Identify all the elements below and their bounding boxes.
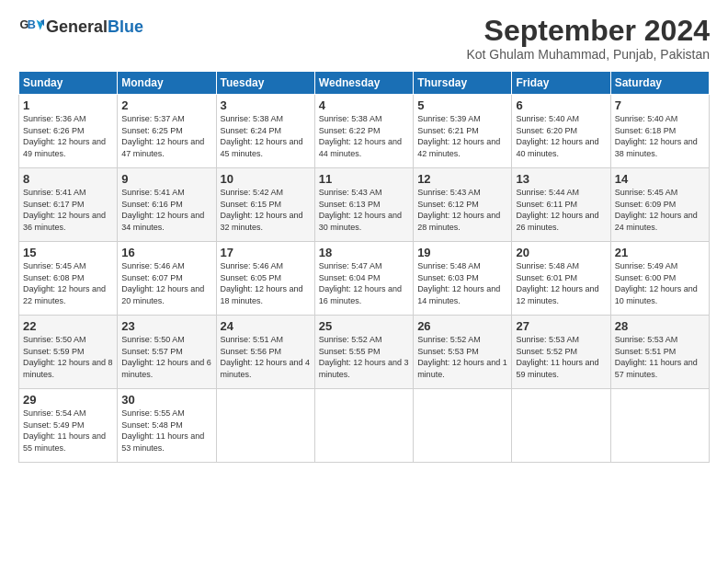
logo-icon: G B (18, 15, 44, 40)
calendar-cell: 6Sunrise: 5:40 AMSunset: 6:20 PMDaylight… (512, 95, 610, 168)
day-number: 25 (319, 319, 409, 333)
calendar-row: 29Sunrise: 5:54 AMSunset: 5:49 PMDayligh… (19, 389, 710, 463)
cell-info: Sunrise: 5:37 AMSunset: 6:25 PMDaylight:… (121, 113, 211, 159)
day-number: 26 (417, 319, 507, 333)
day-number: 11 (319, 172, 409, 186)
day-number: 30 (121, 393, 211, 407)
calendar-cell: 20Sunrise: 5:48 AMSunset: 6:01 PMDayligh… (512, 242, 610, 316)
day-number: 5 (417, 98, 507, 112)
logo-text: GeneralBlue (46, 18, 143, 37)
calendar-header-cell: Tuesday (216, 72, 314, 95)
cell-info: Sunrise: 5:49 AMSunset: 6:00 PMDaylight:… (615, 260, 705, 306)
cell-info: Sunrise: 5:52 AMSunset: 5:53 PMDaylight:… (417, 334, 507, 380)
calendar-cell (314, 389, 413, 463)
day-number: 27 (516, 319, 606, 333)
cell-info: Sunrise: 5:53 AMSunset: 5:52 PMDaylight:… (516, 334, 606, 380)
cell-info: Sunrise: 5:45 AMSunset: 6:08 PMDaylight:… (23, 260, 113, 306)
calendar-cell: 3Sunrise: 5:38 AMSunset: 6:24 PMDaylight… (216, 95, 314, 168)
cell-info: Sunrise: 5:54 AMSunset: 5:49 PMDaylight:… (23, 408, 113, 454)
day-number: 13 (516, 172, 606, 186)
calendar-cell: 15Sunrise: 5:45 AMSunset: 6:08 PMDayligh… (19, 242, 118, 316)
day-number: 22 (23, 319, 113, 333)
day-number: 18 (319, 246, 409, 259)
day-number: 19 (417, 246, 507, 259)
logo: G B GeneralBlue (18, 15, 143, 40)
cell-info: Sunrise: 5:46 AMSunset: 6:05 PMDaylight:… (221, 260, 311, 306)
title-block: September 2024 Kot Ghulam Muhammad, Punj… (466, 15, 710, 62)
day-number: 12 (417, 172, 507, 186)
cell-info: Sunrise: 5:39 AMSunset: 6:21 PMDaylight:… (417, 113, 507, 159)
cell-info: Sunrise: 5:47 AMSunset: 6:04 PMDaylight:… (319, 260, 409, 306)
cell-info: Sunrise: 5:44 AMSunset: 6:11 PMDaylight:… (516, 187, 606, 233)
day-number: 24 (221, 319, 311, 333)
day-number: 16 (121, 246, 211, 259)
calendar-header-row: SundayMondayTuesdayWednesdayThursdayFrid… (19, 72, 710, 95)
day-number: 9 (121, 172, 211, 186)
calendar-row: 22Sunrise: 5:50 AMSunset: 5:59 PMDayligh… (19, 316, 710, 389)
cell-info: Sunrise: 5:48 AMSunset: 6:01 PMDaylight:… (516, 260, 606, 306)
cell-info: Sunrise: 5:36 AMSunset: 6:26 PMDaylight:… (23, 113, 113, 159)
calendar-cell: 10Sunrise: 5:42 AMSunset: 6:15 PMDayligh… (216, 168, 314, 242)
day-number: 6 (516, 98, 606, 112)
cell-info: Sunrise: 5:38 AMSunset: 6:24 PMDaylight:… (221, 113, 311, 159)
calendar-cell: 5Sunrise: 5:39 AMSunset: 6:21 PMDaylight… (414, 95, 512, 168)
day-number: 1 (23, 98, 113, 112)
calendar-cell: 19Sunrise: 5:48 AMSunset: 6:03 PMDayligh… (414, 242, 512, 316)
cell-info: Sunrise: 5:50 AMSunset: 5:59 PMDaylight:… (23, 334, 113, 380)
calendar-cell: 23Sunrise: 5:50 AMSunset: 5:57 PMDayligh… (118, 316, 216, 389)
calendar-cell: 16Sunrise: 5:46 AMSunset: 6:07 PMDayligh… (118, 242, 216, 316)
day-number: 10 (221, 172, 311, 186)
calendar-cell: 21Sunrise: 5:49 AMSunset: 6:00 PMDayligh… (610, 242, 709, 316)
calendar-cell: 25Sunrise: 5:52 AMSunset: 5:55 PMDayligh… (314, 316, 413, 389)
calendar-cell (216, 389, 314, 463)
calendar-cell: 13Sunrise: 5:44 AMSunset: 6:11 PMDayligh… (512, 168, 610, 242)
day-number: 15 (23, 246, 113, 259)
calendar-header-cell: Wednesday (314, 72, 413, 95)
calendar-cell: 26Sunrise: 5:52 AMSunset: 5:53 PMDayligh… (414, 316, 512, 389)
day-number: 8 (23, 172, 113, 186)
cell-info: Sunrise: 5:48 AMSunset: 6:03 PMDaylight:… (417, 260, 507, 306)
cell-info: Sunrise: 5:40 AMSunset: 6:20 PMDaylight:… (516, 113, 606, 159)
day-number: 14 (615, 172, 705, 186)
cell-info: Sunrise: 5:45 AMSunset: 6:09 PMDaylight:… (615, 187, 705, 233)
calendar-cell: 29Sunrise: 5:54 AMSunset: 5:49 PMDayligh… (19, 389, 118, 463)
cell-info: Sunrise: 5:51 AMSunset: 5:56 PMDaylight:… (221, 334, 311, 380)
calendar-cell: 24Sunrise: 5:51 AMSunset: 5:56 PMDayligh… (216, 316, 314, 389)
calendar-cell (610, 389, 709, 463)
header: G B GeneralBlue September 2024 Kot Ghula… (18, 15, 710, 62)
calendar-cell: 14Sunrise: 5:45 AMSunset: 6:09 PMDayligh… (610, 168, 709, 242)
calendar-cell: 18Sunrise: 5:47 AMSunset: 6:04 PMDayligh… (314, 242, 413, 316)
cell-info: Sunrise: 5:38 AMSunset: 6:22 PMDaylight:… (319, 113, 409, 159)
cell-info: Sunrise: 5:41 AMSunset: 6:16 PMDaylight:… (121, 187, 211, 233)
cell-info: Sunrise: 5:40 AMSunset: 6:18 PMDaylight:… (615, 113, 705, 159)
calendar-cell: 4Sunrise: 5:38 AMSunset: 6:22 PMDaylight… (314, 95, 413, 168)
calendar-cell: 2Sunrise: 5:37 AMSunset: 6:25 PMDaylight… (118, 95, 216, 168)
cell-info: Sunrise: 5:46 AMSunset: 6:07 PMDaylight:… (121, 260, 211, 306)
calendar-cell: 22Sunrise: 5:50 AMSunset: 5:59 PMDayligh… (19, 316, 118, 389)
calendar-header-cell: Thursday (414, 72, 512, 95)
day-number: 21 (615, 246, 705, 259)
day-number: 29 (23, 393, 113, 407)
cell-info: Sunrise: 5:42 AMSunset: 6:15 PMDaylight:… (221, 187, 311, 233)
calendar-cell (414, 389, 512, 463)
day-number: 7 (615, 98, 705, 112)
day-number: 20 (516, 246, 606, 259)
day-number: 4 (319, 98, 409, 112)
month-title: September 2024 (466, 15, 710, 47)
svg-text:B: B (28, 18, 36, 31)
calendar-cell: 30Sunrise: 5:55 AMSunset: 5:48 PMDayligh… (118, 389, 216, 463)
calendar-cell: 7Sunrise: 5:40 AMSunset: 6:18 PMDaylight… (610, 95, 709, 168)
calendar-row: 15Sunrise: 5:45 AMSunset: 6:08 PMDayligh… (19, 242, 710, 316)
calendar-cell: 28Sunrise: 5:53 AMSunset: 5:51 PMDayligh… (610, 316, 709, 389)
calendar-cell: 27Sunrise: 5:53 AMSunset: 5:52 PMDayligh… (512, 316, 610, 389)
calendar-cell (512, 389, 610, 463)
cell-info: Sunrise: 5:55 AMSunset: 5:48 PMDaylight:… (121, 408, 211, 454)
calendar-header-cell: Sunday (19, 72, 118, 95)
cell-info: Sunrise: 5:53 AMSunset: 5:51 PMDaylight:… (615, 334, 705, 380)
calendar-table: SundayMondayTuesdayWednesdayThursdayFrid… (18, 71, 710, 463)
cell-info: Sunrise: 5:41 AMSunset: 6:17 PMDaylight:… (23, 187, 113, 233)
day-number: 2 (121, 98, 211, 112)
calendar-cell: 1Sunrise: 5:36 AMSunset: 6:26 PMDaylight… (19, 95, 118, 168)
day-number: 3 (221, 98, 311, 112)
day-number: 28 (615, 319, 705, 333)
